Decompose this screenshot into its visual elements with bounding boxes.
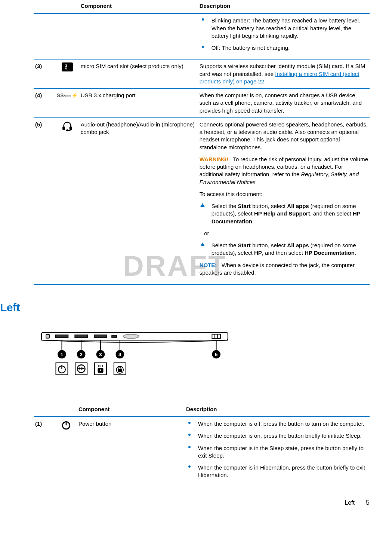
row-number: (5) (34, 117, 55, 284)
list-item-text: Blinking amber: The battery has reached … (212, 17, 360, 39)
or-separator: – or – (200, 230, 368, 237)
svg-rect-38 (118, 369, 121, 372)
th-description: Description (198, 0, 370, 13)
triangle-bullet-icon (200, 203, 205, 207)
svg-rect-6 (75, 335, 87, 338)
component-name: micro SIM card slot (select products onl… (79, 59, 198, 89)
section-heading-left: Left (0, 300, 370, 315)
list-item-text: When the computer is on, press the butto… (198, 433, 362, 439)
step-item: Select the Start button, select All apps… (200, 242, 368, 257)
warning-paragraph: WARNING! To reduce the risk of personal … (200, 156, 368, 186)
list-item-text: Off: The battery is not charging. (212, 45, 290, 51)
callout-number: 1 (61, 351, 63, 357)
svg-point-9 (123, 334, 139, 338)
component-name: USB 3.x charging port (79, 89, 198, 118)
th-description: Description (185, 403, 370, 417)
row-number: (3) (34, 59, 55, 89)
sim-card-icon (55, 59, 79, 89)
svg-rect-5 (56, 335, 68, 338)
access-instruction: To access this document: (200, 190, 368, 198)
list-item-text: When the computer is in the Sleep state,… (198, 445, 364, 459)
component-name: Power button (77, 417, 185, 487)
callout-number: 3 (99, 351, 102, 357)
footer-section-name: Left (345, 499, 355, 507)
headset-icon (55, 117, 79, 284)
svg-rect-10 (212, 334, 220, 338)
left-side-illustration: 1 2 3 4 5 + − SD (34, 327, 370, 392)
svg-rect-7 (94, 335, 107, 338)
step-item: Select the Start button, select All apps… (200, 202, 368, 225)
power-icon (55, 417, 77, 487)
list-item-text: When the computer is off, press the butt… (198, 421, 364, 427)
component-description: Connects optional powered stereo speaker… (200, 121, 368, 151)
callout-number: 5 (215, 351, 217, 357)
svg-rect-1 (70, 127, 72, 129)
svg-text:+ −: + − (78, 366, 84, 371)
svg-text:SD: SD (98, 363, 103, 367)
list-item-text: When the computer is in Hibernation, pre… (198, 464, 365, 478)
callout-number: 2 (80, 351, 83, 357)
usb-ss-charge-icon: SS⟸⚡ (55, 89, 79, 118)
svg-rect-0 (63, 127, 65, 129)
svg-rect-8 (112, 336, 117, 337)
row-number: (1) (34, 417, 55, 487)
warning-label: WARNING! (200, 156, 229, 162)
components-table-right: Component Description Blinking amber: Th… (34, 0, 370, 285)
component-description: When the computer is on, connects and ch… (198, 89, 370, 118)
row-number: (4) (34, 89, 55, 118)
power-button-behaviors: When the computer is off, press the butt… (186, 420, 368, 479)
battery-status-list: Blinking amber: The battery has reached … (200, 17, 368, 52)
svg-rect-4 (46, 334, 49, 338)
note-label: NOTE: (200, 262, 217, 268)
svg-point-2 (67, 130, 68, 131)
triangle-bullet-icon (200, 242, 205, 246)
component-description: Supports a wireless subscriber identity … (198, 59, 370, 89)
note-paragraph: NOTE: When a device is connected to the … (200, 262, 368, 277)
components-table-left: Component Description (1) Power button W… (34, 403, 370, 487)
footer-page-number: 5 (366, 498, 370, 507)
th-component: Component (77, 403, 185, 417)
component-name: Audio-out (headphone)/Audio-in (micropho… (79, 117, 198, 284)
th-component: Component (79, 0, 198, 13)
callout-number: 4 (118, 351, 121, 357)
